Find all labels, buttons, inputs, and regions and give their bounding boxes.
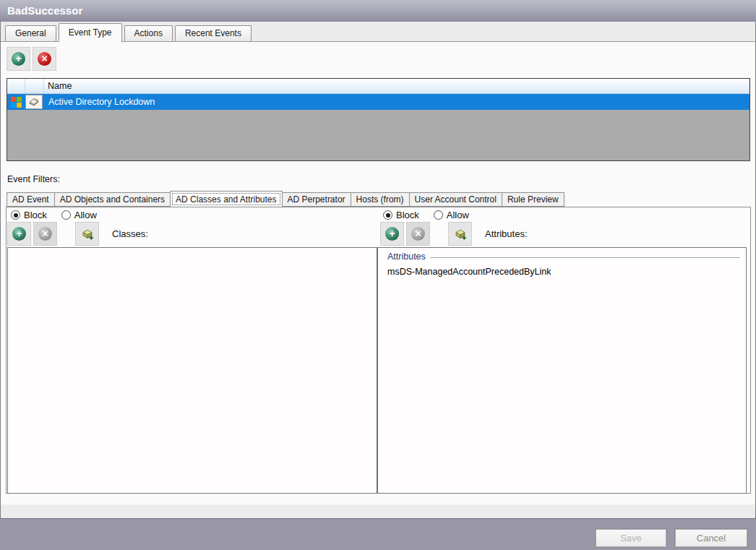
tab-general[interactable]: General [5, 25, 56, 41]
filter-tab-ad-event[interactable]: AD Event [7, 192, 55, 207]
event-filters-tabstrip: AD Event AD Objects and Containers AD Cl… [7, 191, 564, 207]
event-type-toolbar: + × [7, 47, 56, 71]
filter-tab-user-account-control[interactable]: User Account Control [409, 192, 502, 207]
groupbox-rule [430, 257, 740, 258]
classes-caption: Classes: [112, 228, 148, 239]
add-icon: + [12, 227, 26, 241]
filter-tab-ad-objects-and-containers[interactable]: AD Objects and Containers [54, 192, 171, 207]
remove-attribute-button[interactable]: × [406, 222, 430, 246]
attributes-block-radio[interactable]: Block [383, 210, 419, 220]
save-button[interactable]: Save [596, 529, 666, 547]
delete-disabled-icon: × [411, 227, 425, 241]
cancel-button[interactable]: Cancel [675, 529, 747, 547]
remove-class-button[interactable]: × [33, 222, 57, 246]
main-tabstrip: General Event Type Actions Recent Events [1, 22, 755, 41]
window-title: BadSuccessor [0, 0, 756, 22]
delete-disabled-icon: × [38, 227, 52, 241]
filter-tab-hosts-from[interactable]: Hosts (from) [351, 192, 410, 207]
add-icon: + [385, 227, 399, 241]
event-filters-label: Event Filters: [7, 174, 60, 184]
classes-block-label: Block [24, 210, 47, 220]
dialog-footer: Save Cancel [0, 518, 756, 550]
attributes-listbox[interactable]: Attributes msDS-ManagedAccountPrecededBy… [378, 248, 746, 493]
row-icon-cell-1 [7, 97, 25, 108]
ad-classes-and-attributes-panel: Block Allow Block Allow [6, 207, 751, 494]
delete-event-type-button[interactable]: × [33, 47, 56, 71]
attributes-allow-label: Allow [447, 210, 469, 220]
classes-toolbar: + × Classes: [7, 222, 148, 246]
filter-tab-ad-perpetrator[interactable]: AD Perpetrator [282, 192, 351, 207]
classes-allow-radio[interactable]: Allow [61, 210, 97, 220]
add-attribute-from-schema-button[interactable] [448, 222, 472, 246]
page-bottom-strip [1, 504, 755, 518]
add-attribute-button[interactable]: + [380, 222, 404, 246]
header-icon-col-1 [7, 79, 25, 93]
attributes-block-label: Block [396, 210, 419, 220]
attributes-caption: Attributes: [485, 228, 528, 239]
attribute-item[interactable]: msDS-ManagedAccountPrecededByLink [384, 262, 740, 277]
classes-listbox[interactable] [8, 248, 378, 493]
badsuccessor-dialog: BadSuccessor General Event Type Actions … [0, 0, 756, 550]
filter-lists-container: Attributes msDS-ManagedAccountPrecededBy… [7, 247, 747, 494]
add-event-type-button[interactable]: + [7, 47, 30, 71]
attributes-toolbar: + × Attributes: [380, 222, 528, 246]
radio-dot-icon [383, 210, 392, 220]
classes-block-radio[interactable]: Block [11, 210, 47, 220]
schema-stack-add-icon [81, 228, 94, 241]
attributes-group-title: Attributes [384, 252, 430, 262]
classes-allow-label: Allow [74, 210, 97, 220]
radio-dot-icon [61, 210, 71, 220]
event-type-page: + × Name [1, 41, 755, 518]
event-log-icon [28, 96, 40, 108]
event-type-row-selected[interactable]: Active Directory Lockdown [7, 94, 749, 110]
attributes-mode-radios: Block Allow [383, 210, 469, 220]
header-icon-col-2 [25, 79, 44, 93]
tab-actions[interactable]: Actions [124, 25, 173, 41]
add-class-from-schema-button[interactable] [75, 222, 99, 246]
radio-dot-icon [434, 210, 443, 220]
list-header: Name [7, 79, 749, 94]
schema-stack-add-icon [454, 228, 467, 241]
add-class-button[interactable]: + [7, 222, 31, 246]
tab-recent-events[interactable]: Recent Events [175, 25, 252, 41]
filter-tab-rule-preview[interactable]: Rule Preview [502, 192, 564, 207]
tab-event-type[interactable]: Event Type [59, 23, 122, 42]
row-icon-cell-2 [25, 95, 43, 109]
radio-dot-icon [11, 210, 20, 220]
add-icon: + [12, 52, 25, 66]
header-name-column[interactable]: Name [44, 79, 749, 93]
event-type-name: Active Directory Lockdown [44, 97, 155, 107]
event-type-list[interactable]: Name Active Directory Lockdown [7, 78, 750, 161]
attributes-allow-radio[interactable]: Allow [434, 210, 469, 220]
attributes-groupbox: Attributes msDS-ManagedAccountPrecededBy… [384, 252, 740, 277]
classes-mode-radios: Block Allow [11, 210, 97, 220]
windows-logo-icon [11, 97, 22, 108]
filter-tab-ad-classes-and-attributes[interactable]: AD Classes and Attributes [170, 191, 282, 207]
delete-icon: × [38, 52, 51, 66]
